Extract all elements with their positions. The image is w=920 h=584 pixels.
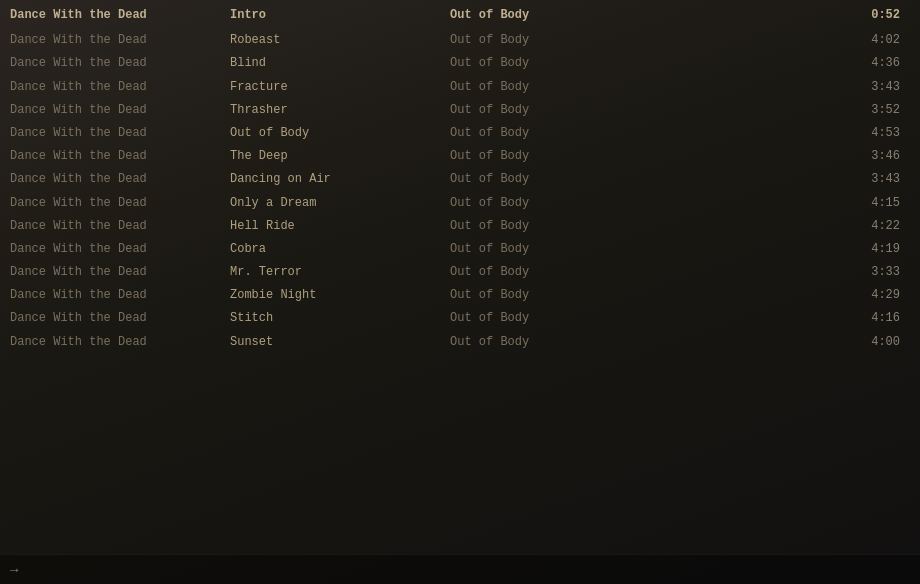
track-duration: 4:00 (670, 333, 900, 352)
arrow-icon: → (10, 562, 18, 578)
track-title: Cobra (230, 240, 450, 259)
track-album: Out of Body (450, 263, 670, 282)
track-artist: Dance With the Dead (10, 309, 230, 328)
track-duration: 4:53 (670, 124, 900, 143)
track-row[interactable]: Dance With the DeadDancing on AirOut of … (0, 168, 920, 191)
track-row[interactable]: Dance With the DeadOnly a DreamOut of Bo… (0, 192, 920, 215)
track-duration: 4:19 (670, 240, 900, 259)
track-artist: Dance With the Dead (10, 170, 230, 189)
track-duration: 4:29 (670, 286, 900, 305)
track-title: Sunset (230, 333, 450, 352)
track-duration: 4:16 (670, 309, 900, 328)
track-duration: 4:36 (670, 54, 900, 73)
track-title: Stitch (230, 309, 450, 328)
track-title: Blind (230, 54, 450, 73)
track-duration: 4:15 (670, 194, 900, 213)
track-row[interactable]: Dance With the DeadMr. TerrorOut of Body… (0, 261, 920, 284)
track-album: Out of Body (450, 124, 670, 143)
track-list-header: Dance With the Dead Intro Out of Body 0:… (0, 4, 920, 29)
track-list: Dance With the Dead Intro Out of Body 0:… (0, 0, 920, 358)
track-artist: Dance With the Dead (10, 263, 230, 282)
header-artist: Dance With the Dead (10, 6, 230, 25)
track-title: Thrasher (230, 101, 450, 120)
track-row[interactable]: Dance With the DeadStitchOut of Body4:16 (0, 307, 920, 330)
track-artist: Dance With the Dead (10, 286, 230, 305)
track-row[interactable]: Dance With the DeadThrasherOut of Body3:… (0, 99, 920, 122)
track-duration: 4:22 (670, 217, 900, 236)
track-artist: Dance With the Dead (10, 217, 230, 236)
track-row[interactable]: Dance With the DeadOut of BodyOut of Bod… (0, 122, 920, 145)
track-album: Out of Body (450, 78, 670, 97)
track-album: Out of Body (450, 31, 670, 50)
track-album: Out of Body (450, 170, 670, 189)
track-album: Out of Body (450, 286, 670, 305)
track-album: Out of Body (450, 309, 670, 328)
track-title: Fracture (230, 78, 450, 97)
track-title: Only a Dream (230, 194, 450, 213)
track-duration: 4:02 (670, 31, 900, 50)
track-album: Out of Body (450, 333, 670, 352)
track-title: The Deep (230, 147, 450, 166)
track-duration: 3:43 (670, 170, 900, 189)
track-row[interactable]: Dance With the DeadBlindOut of Body4:36 (0, 52, 920, 75)
track-artist: Dance With the Dead (10, 101, 230, 120)
track-album: Out of Body (450, 54, 670, 73)
track-artist: Dance With the Dead (10, 333, 230, 352)
track-title: Hell Ride (230, 217, 450, 236)
track-duration: 3:43 (670, 78, 900, 97)
track-row[interactable]: Dance With the DeadRobeastOut of Body4:0… (0, 29, 920, 52)
track-artist: Dance With the Dead (10, 54, 230, 73)
track-album: Out of Body (450, 240, 670, 259)
track-row[interactable]: Dance With the DeadFractureOut of Body3:… (0, 76, 920, 99)
track-album: Out of Body (450, 147, 670, 166)
track-title: Robeast (230, 31, 450, 50)
header-duration: 0:52 (670, 6, 900, 25)
track-album: Out of Body (450, 101, 670, 120)
track-title: Dancing on Air (230, 170, 450, 189)
track-duration: 3:46 (670, 147, 900, 166)
header-title: Intro (230, 6, 450, 25)
track-row[interactable]: Dance With the DeadThe DeepOut of Body3:… (0, 145, 920, 168)
track-artist: Dance With the Dead (10, 78, 230, 97)
track-artist: Dance With the Dead (10, 240, 230, 259)
track-row[interactable]: Dance With the DeadHell RideOut of Body4… (0, 215, 920, 238)
track-row[interactable]: Dance With the DeadSunsetOut of Body4:00 (0, 331, 920, 354)
track-title: Out of Body (230, 124, 450, 143)
track-artist: Dance With the Dead (10, 31, 230, 50)
track-title: Mr. Terror (230, 263, 450, 282)
track-row[interactable]: Dance With the DeadZombie NightOut of Bo… (0, 284, 920, 307)
track-album: Out of Body (450, 194, 670, 213)
header-album: Out of Body (450, 6, 670, 25)
track-artist: Dance With the Dead (10, 147, 230, 166)
track-album: Out of Body (450, 217, 670, 236)
bottom-bar: → (0, 554, 920, 584)
track-artist: Dance With the Dead (10, 194, 230, 213)
track-artist: Dance With the Dead (10, 124, 230, 143)
track-row[interactable]: Dance With the DeadCobraOut of Body4:19 (0, 238, 920, 261)
track-duration: 3:33 (670, 263, 900, 282)
track-duration: 3:52 (670, 101, 900, 120)
track-title: Zombie Night (230, 286, 450, 305)
